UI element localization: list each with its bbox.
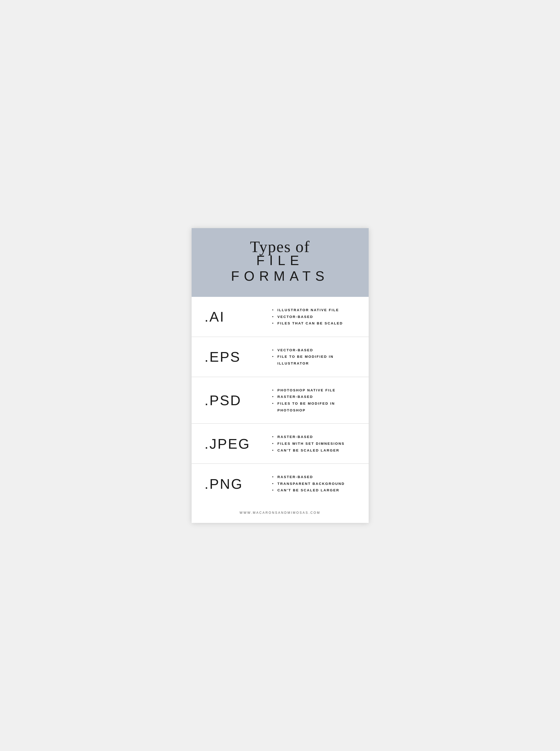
format-bullet: CAN'T BE SCALED LARGER [272,487,356,494]
format-bullet: FILES TO BE MODIFED IN PHOTOSHOP [272,400,356,414]
formats-list: .AIILLUSTRATOR NATIVE FILEVECTOR-BASEDFI… [192,297,369,503]
format-bullet: RASTER-BASED [272,393,356,400]
main-card: Types of FILE FORMATS .AIILLUSTRATOR NAT… [192,228,369,523]
format-row: .PSDPHOTOSHOP NATIVE FILERASTER-BASEDFIL… [192,377,369,424]
format-bullet: VECTOR-BASED [272,314,356,320]
header-script-title: Types of [207,239,353,255]
format-bullet: TRANSPARENT BACKGROUND [272,480,356,487]
format-name: .PNG [205,476,262,492]
format-bullet: FILE TO BE MODIFIED IN ILLUSTRATOR [272,353,356,367]
format-name: .EPS [205,349,262,365]
format-name: .AI [205,309,262,325]
format-bullet: VECTOR-BASED [272,347,356,354]
format-row: .EPSVECTOR-BASEDFILE TO BE MODIFIED IN I… [192,337,369,377]
format-details: PHOTOSHOP NATIVE FILERASTER-BASEDFILES T… [262,387,356,414]
format-details: RASTER-BASEDTRANSPARENT BACKGROUNDCAN'T … [262,474,356,494]
header-main-title: FILE FORMATS [207,253,353,284]
format-row: .JPEGRASTER-BASEDFILES WITH SET DIMNESIO… [192,424,369,464]
format-bullet: RASTER-BASED [272,434,356,440]
footer-url: www.MACARONSANDMIMOSAS.com [192,511,369,515]
format-details: RASTER-BASEDFILES WITH SET DIMNESIONSCAN… [262,434,356,454]
format-bullet: FILES WITH SET DIMNESIONS [272,440,356,447]
footer-section: www.MACARONSANDMIMOSAS.com [192,503,369,523]
format-bullet: FILES THAT CAN BE SCALED [272,320,356,327]
format-details: VECTOR-BASEDFILE TO BE MODIFIED IN ILLUS… [262,347,356,367]
format-row: .AIILLUSTRATOR NATIVE FILEVECTOR-BASEDFI… [192,297,369,337]
format-name: .JPEG [205,436,262,452]
header-section: Types of FILE FORMATS [192,228,369,297]
format-details: ILLUSTRATOR NATIVE FILEVECTOR-BASEDFILES… [262,307,356,327]
format-bullet: ILLUSTRATOR NATIVE FILE [272,307,356,314]
format-bullet: CAN'T BE SCALED LARGER [272,447,356,454]
format-row: .PNGRASTER-BASEDTRANSPARENT BACKGROUNDCA… [192,464,369,503]
format-bullet: PHOTOSHOP NATIVE FILE [272,387,356,394]
format-bullet: RASTER-BASED [272,474,356,480]
format-name: .PSD [205,392,262,408]
